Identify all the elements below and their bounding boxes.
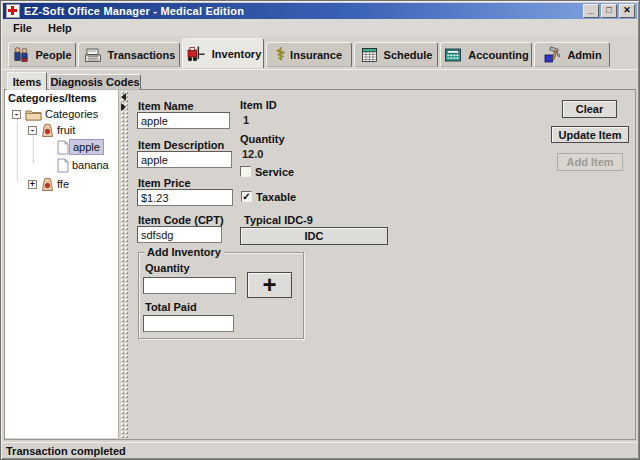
tree-node-ffe: + ffe	[28, 176, 72, 192]
tab-transactions-label: Transactions	[108, 49, 176, 61]
item-id-label: Item ID	[240, 99, 277, 111]
item-page-icon	[57, 140, 69, 155]
tab-inventory[interactable]: Inventory	[182, 38, 264, 68]
tree-node-banana-label[interactable]: banana	[69, 158, 112, 172]
maximize-button[interactable]: □	[601, 4, 617, 18]
tab-admin[interactable]: Admin	[534, 42, 610, 67]
tab-schedule[interactable]: Schedule	[354, 42, 438, 67]
collapse-handle-icon[interactable]: -	[12, 110, 21, 119]
total-paid-label: Total Paid	[145, 301, 197, 313]
tree-header: Categories/Items	[8, 92, 97, 104]
item-code-label: Item Code (CPT)	[138, 214, 224, 226]
add-item-button[interactable]: Add Item	[557, 153, 623, 171]
subtab-items-label: Items	[13, 76, 42, 88]
menu-file[interactable]: File	[6, 21, 39, 35]
status-message: Transaction completed	[6, 445, 126, 457]
tree-node-apple: apple	[57, 139, 104, 155]
idc-button[interactable]: IDC	[240, 227, 388, 245]
category-bag-icon	[41, 123, 54, 138]
item-id-value: 1	[243, 114, 249, 126]
people-icon	[12, 46, 30, 64]
title-bar: EZ-Soft Office Manager - Medical Edition…	[3, 3, 637, 19]
tab-people[interactable]: People	[8, 42, 76, 67]
tab-people-label: People	[35, 49, 71, 61]
expand-right-icon[interactable]	[121, 103, 126, 111]
tab-transactions[interactable]: Transactions	[78, 42, 180, 67]
tree-node-fruit: - fruit	[28, 122, 78, 138]
item-description-input[interactable]	[137, 151, 232, 168]
add-quantity-input[interactable]	[143, 277, 236, 294]
subtab-diagnosis-codes[interactable]: Diagnosis Codes	[49, 74, 141, 90]
total-paid-input[interactable]	[143, 315, 234, 332]
update-item-button[interactable]: Update Item	[551, 126, 629, 143]
subtab-items[interactable]: Items	[7, 72, 47, 90]
window-controls: _ □ ✕	[583, 4, 635, 18]
tree-node-banana: banana	[57, 157, 112, 173]
forklift-icon	[185, 44, 207, 64]
app-red-cross-icon	[6, 4, 20, 18]
item-price-input[interactable]	[137, 189, 233, 206]
tab-schedule-label: Schedule	[384, 49, 433, 61]
collapse-left-icon[interactable]	[121, 93, 126, 101]
window-title: EZ-Soft Office Manager - Medical Edition	[24, 5, 244, 17]
close-button[interactable]: ✕	[619, 4, 635, 18]
tab-admin-label: Admin	[567, 49, 601, 61]
menu-help[interactable]: Help	[41, 21, 79, 35]
tree-node-ffe-label[interactable]: ffe	[54, 177, 72, 191]
tree-node-fruit-label[interactable]: fruit	[54, 123, 78, 137]
taxable-checkbox[interactable]: ✓	[241, 191, 252, 202]
collapse-handle-icon[interactable]: -	[28, 126, 37, 135]
tab-insurance[interactable]: ⚕ Insurance	[266, 42, 352, 67]
tree-node-categories-label[interactable]: Categories	[42, 107, 101, 121]
calendar-icon	[360, 46, 379, 64]
clear-button[interactable]: Clear	[562, 100, 617, 118]
category-bag-icon	[41, 177, 54, 192]
tab-accounting[interactable]: Accounting	[440, 42, 532, 67]
folder-icon	[25, 108, 42, 121]
quantity-value: 12.0	[242, 148, 263, 160]
tree-node-apple-label[interactable]: apple	[69, 139, 104, 155]
tools-icon	[542, 45, 562, 64]
item-page-icon	[57, 158, 69, 173]
tree-connector-line	[17, 118, 18, 180]
typical-idc-label: Typical IDC-9	[244, 214, 313, 226]
quantity-label: Quantity	[240, 133, 285, 145]
taxable-label: Taxable	[256, 191, 296, 203]
tab-accounting-label: Accounting	[468, 49, 529, 61]
split-pane-divider[interactable]	[120, 90, 129, 438]
add-inventory-plus-button[interactable]: +	[247, 272, 292, 298]
caduceus-icon: ⚕	[276, 46, 285, 63]
calculator-icon	[443, 47, 463, 63]
item-name-input[interactable]	[137, 112, 230, 129]
add-quantity-label: Quantity	[145, 262, 190, 274]
minimize-button[interactable]: _	[583, 4, 599, 18]
add-inventory-title: Add Inventory	[144, 246, 224, 258]
tab-insurance-label: Insurance	[290, 49, 342, 61]
tab-inventory-label: Inventory	[212, 48, 262, 60]
menu-bar: File Help	[2, 19, 638, 36]
expand-handle-icon[interactable]: +	[28, 180, 37, 189]
item-code-input[interactable]	[137, 226, 222, 243]
tree-node-categories: - Categories	[12, 106, 101, 122]
app-window: EZ-Soft Office Manager - Medical Edition…	[0, 0, 640, 460]
status-bar: Transaction completed	[2, 442, 638, 458]
item-description-label: Item Description	[138, 139, 224, 151]
cash-register-icon	[83, 46, 103, 64]
service-label: Service	[255, 166, 294, 178]
subtab-diagnosis-codes-label: Diagnosis Codes	[50, 76, 139, 88]
service-checkbox[interactable]	[240, 166, 251, 177]
item-name-label: Item Name	[138, 100, 194, 112]
item-price-label: Item Price	[138, 177, 191, 189]
